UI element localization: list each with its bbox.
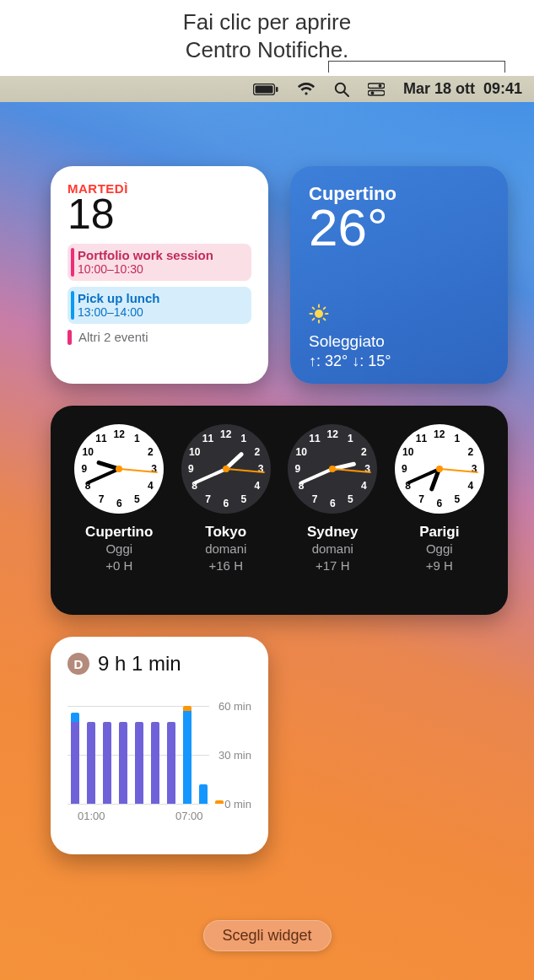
minute-hand [299, 467, 333, 485]
chart-bar-segment [215, 800, 224, 804]
chart-bar [71, 713, 79, 804]
battery-icon[interactable] [253, 83, 278, 95]
choose-widget-button[interactable]: Scegli widget [202, 920, 331, 951]
clock-numeral: 2 [148, 446, 154, 458]
clock-offset: +17 H [282, 557, 383, 574]
clock-knob [223, 466, 229, 472]
clock-numeral: 9 [295, 463, 301, 475]
calendar-event[interactable]: Pick up lunch 13:00–14:00 [67, 287, 251, 324]
clock-item[interactable]: 121234567891011Tokyodomani+16 H [175, 424, 277, 573]
svg-line-17 [324, 308, 326, 310]
svg-rect-2 [276, 87, 278, 92]
clock-numeral: 2 [255, 446, 261, 458]
clock-numeral: 9 [188, 463, 194, 475]
clock-numeral: 7 [418, 493, 424, 505]
weather-widget[interactable]: Cupertino 26° Soleggiato ↑: 32° ↓: 15° [290, 166, 508, 384]
chart-bar-segment [183, 711, 191, 804]
clock-numeral: 1 [241, 433, 247, 444]
chart-xlabel: 07:00 [175, 810, 203, 822]
clock-item[interactable]: 121234567891011CupertinoOggi+0 H [68, 424, 170, 573]
clock-face: 121234567891011 [181, 424, 271, 514]
chart-gridline [67, 804, 209, 805]
clock-face: 121234567891011 [395, 424, 484, 514]
clock-numeral: 1 [134, 433, 140, 444]
event-title: Pick up lunch [78, 291, 245, 305]
sun-icon [309, 304, 489, 329]
clock-numeral: 1 [455, 433, 461, 444]
clock-numeral: 7 [99, 493, 105, 505]
svg-line-15 [324, 319, 326, 320]
event-time: 13:00–14:00 [78, 305, 245, 319]
clock-day: Oggi [68, 541, 170, 557]
chart-bar [119, 722, 127, 804]
wifi-icon[interactable] [297, 83, 316, 96]
weather-low: 15° [368, 353, 391, 369]
svg-rect-1 [255, 85, 272, 93]
clock-numeral: 7 [312, 493, 318, 505]
clock-numeral: 2 [468, 446, 474, 458]
calendar-more-label: Altri 2 eventi [78, 330, 148, 344]
calendar-more-events[interactable]: Altri 2 eventi [67, 330, 251, 345]
chart-bar-segment [151, 722, 159, 804]
clock-numeral: 11 [309, 433, 320, 444]
chart-bar-segment [119, 722, 127, 804]
control-center-icon[interactable] [368, 83, 385, 96]
screentime-widget[interactable]: D 9 h 1 min 0 min30 min60 min01:0007:00 [51, 637, 268, 854]
screentime-summary: 9 h 1 min [98, 652, 181, 676]
event-title: Portfolio work session [78, 248, 245, 262]
clock-numeral: 10 [402, 446, 413, 458]
clock-day: domani [175, 541, 277, 557]
menubar-datetime[interactable]: Mar 18 ott 09:41 [403, 80, 522, 98]
chart-bar [199, 784, 208, 804]
clock-city: Parigi [389, 524, 490, 541]
svg-rect-7 [368, 90, 385, 95]
clock-numeral: 12 [114, 428, 125, 440]
clock-numeral: 12 [434, 428, 445, 440]
clock-offset: +16 H [175, 557, 277, 574]
clock-city: Sydney [282, 524, 383, 541]
chart-bar [135, 722, 143, 804]
calendar-widget[interactable]: MARTEDÌ 18 Portfolio work session 10:00–… [51, 166, 268, 384]
clock-offset: +0 H [68, 557, 170, 574]
svg-line-14 [313, 308, 315, 310]
clock-item[interactable]: 121234567891011ParigiOggi+9 H [389, 424, 490, 573]
svg-point-9 [315, 310, 323, 318]
svg-line-16 [313, 319, 315, 320]
clock-knob [329, 466, 336, 472]
chart-bar-segment [71, 713, 79, 723]
weather-temp: 26° [309, 202, 489, 254]
clock-numeral: 3 [472, 463, 477, 475]
chart-bar [167, 722, 175, 804]
clock-numeral: 11 [202, 433, 213, 444]
search-icon[interactable] [334, 82, 349, 97]
minute-hand [193, 467, 227, 485]
clock-numeral: 4 [361, 480, 367, 492]
clock-numeral: 6 [116, 498, 122, 509]
chart-bar-segment [199, 784, 208, 804]
clock-day: domani [282, 541, 383, 557]
clock-numeral: 7 [205, 493, 211, 505]
svg-line-4 [344, 92, 348, 96]
chart-bar-segment [71, 722, 79, 804]
clock-numeral: 3 [258, 463, 264, 475]
clock-numeral: 9 [402, 463, 407, 475]
clock-item[interactable]: 121234567891011Sydneydomani+17 H [282, 424, 383, 573]
calendar-daynum: 18 [67, 192, 251, 237]
clock-numeral: 5 [134, 493, 140, 505]
calendar-event[interactable]: Portfolio work session 10:00–10:30 [67, 244, 251, 281]
clock-numeral: 10 [82, 446, 93, 458]
chart-bars [71, 706, 224, 804]
clock-offset: +9 H [389, 557, 490, 574]
chart-bar-segment [167, 722, 175, 804]
chart-ylabel: 0 min [224, 798, 251, 810]
annotation-line1: Fai clic per aprire [0, 8, 534, 36]
clock-numeral: 12 [220, 428, 231, 440]
clock-knob [116, 466, 122, 472]
svg-point-8 [371, 91, 375, 94]
clock-numeral: 12 [327, 428, 338, 440]
more-bar-icon [67, 330, 72, 345]
world-clock-widget[interactable]: 121234567891011CupertinoOggi+0 H12123456… [51, 406, 508, 615]
svg-point-6 [379, 83, 382, 87]
callout-bracket [328, 61, 505, 73]
desktop: MARTEDÌ 18 Portfolio work session 10:00–… [0, 102, 534, 980]
